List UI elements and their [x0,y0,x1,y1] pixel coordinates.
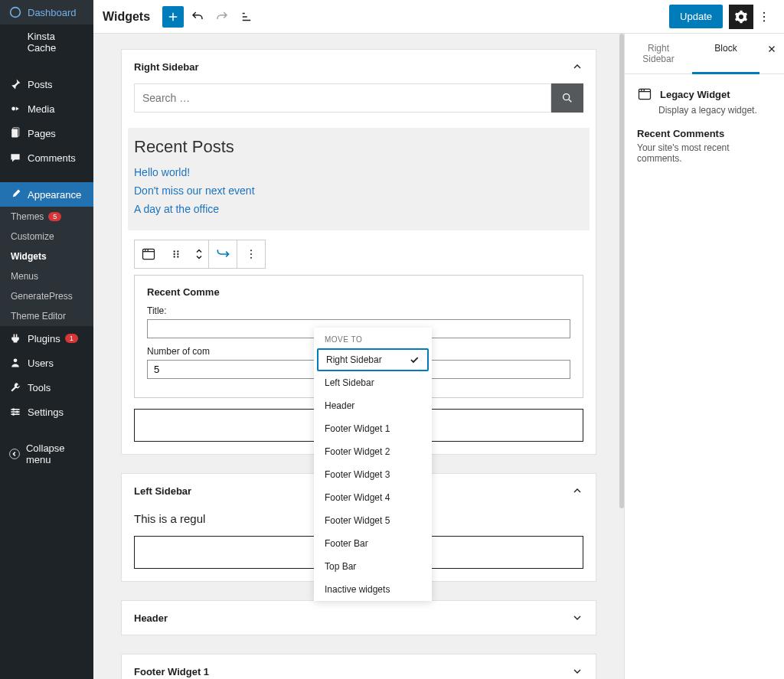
sub-label: Widgets [11,251,47,262]
sub-label: Theme Editor [11,311,66,322]
svg-point-4 [14,358,18,362]
sidebar-item-comments[interactable]: Comments [0,145,93,170]
widget-heading: Recent Posts [134,137,583,157]
sidebar-label: Settings [28,406,64,418]
recent-posts-widget[interactable]: Recent Posts Hello world! Don't miss our… [128,128,590,230]
svg-point-8 [12,408,15,410]
inspector-section-title: Recent Comments [637,128,772,139]
scrollbar[interactable] [619,34,624,508]
svg-point-9 [16,410,18,413]
sidebar-item-settings[interactable]: Settings [0,400,93,424]
more-options-button[interactable] [753,5,775,29]
sidebar-sub-generatepress[interactable]: GeneratePress [0,286,93,306]
post-link[interactable]: A day at the office [134,203,583,215]
sidebar-item-dashboard[interactable]: Dashboard [0,0,93,24]
svg-point-14 [763,20,765,21]
post-link[interactable]: Hello world! [134,166,583,178]
move-option-footer5[interactable]: Footer Widget 5 [314,509,432,532]
close-inspector-button[interactable] [760,34,784,64]
block-inspector: Right Sidebar Block Legacy Widget Displa… [624,34,784,679]
dashboard-icon [8,6,23,18]
kinsta-icon [8,36,23,48]
sidebar-label: Media [28,103,54,115]
sidebar-item-posts[interactable]: Posts [0,72,93,96]
move-to-dropdown: MOVE TO Right Sidebar Left Sidebar Heade… [314,328,432,601]
move-option-inactive[interactable]: Inactive widgets [314,578,432,601]
svg-point-21 [174,256,175,257]
svg-point-23 [250,250,252,251]
move-option-footer4[interactable]: Footer Widget 4 [314,486,432,509]
sidebar-item-plugins[interactable]: Plugins1 [0,326,93,351]
settings-toggle-button[interactable] [729,5,753,29]
comment-icon [8,152,23,164]
widget-area-footer1: Footer Widget 1 [121,654,596,679]
add-block-button[interactable] [162,6,184,28]
drag-handle[interactable] [162,240,190,268]
block-type-icon[interactable] [135,240,162,268]
sidebar-label: Appearance [28,189,81,201]
inspector-block-title: Legacy Widget [637,87,772,102]
move-option-topbar[interactable]: Top Bar [314,555,432,578]
sidebar-label: Plugins [28,333,60,344]
move-option-header[interactable]: Header [314,394,432,417]
move-option-footerbar[interactable]: Footer Bar [314,532,432,555]
sidebar-item-pages[interactable]: Pages [0,121,93,145]
move-to-button[interactable] [209,240,237,268]
area-title: Footer Widget 1 [134,666,209,677]
sidebar-sub-theme-editor[interactable]: Theme Editor [0,306,93,326]
dropdown-header: MOVE TO [314,328,432,348]
move-option-right-sidebar[interactable]: Right Sidebar [317,348,429,371]
sidebar-item-media[interactable]: Media [0,96,93,121]
sidebar-item-tools[interactable]: Tools [0,375,93,400]
block-more-button[interactable] [237,240,265,268]
svg-point-25 [250,257,252,259]
area-header[interactable]: Right Sidebar [122,50,596,83]
media-icon [8,103,23,115]
widget-area-header: Header [121,600,596,635]
sidebar-label: Dashboard [28,7,77,18]
area-header[interactable]: Header [122,601,596,635]
svg-point-12 [763,11,765,13]
sidebar-item-users[interactable]: Users [0,351,93,375]
move-option-footer1[interactable]: Footer Widget 1 [314,417,432,440]
sidebar-label: Pages [28,128,56,139]
move-updown[interactable] [190,240,208,268]
plugin-icon [8,332,23,344]
inspector-section-desc: Your site's most recent comments. [637,142,772,164]
sub-label: Themes [11,211,44,222]
search-input[interactable] [134,83,551,113]
search-button[interactable] [551,83,583,113]
area-header[interactable]: Footer Widget 1 [122,655,596,679]
sidebar-sub-menus[interactable]: Menus [0,266,93,286]
post-link[interactable]: Don't miss our next event [134,184,583,197]
svg-rect-26 [639,89,651,99]
sidebar-item-collapse[interactable]: Collapse menu [0,436,93,472]
sub-label: Menus [11,271,38,282]
sidebar-item-appearance[interactable]: Appearance [0,182,93,207]
area-title: Header [134,612,168,624]
list-view-button[interactable] [236,6,257,28]
sidebar-item-kinsta[interactable]: Kinsta Cache [0,24,93,60]
move-option-left-sidebar[interactable]: Left Sidebar [314,371,432,394]
area-title: Left Sidebar [134,485,191,497]
tab-area[interactable]: Right Sidebar [625,34,692,73]
redo-button[interactable] [211,6,233,28]
collapse-icon [8,448,21,460]
chevron-down-icon [571,612,583,624]
page-title: Widgets [103,10,150,24]
move-option-footer2[interactable]: Footer Widget 2 [314,440,432,463]
sub-label: Customize [11,231,54,242]
admin-sidebar: Dashboard Kinsta Cache Posts Media Pages… [0,0,93,679]
area-title: Right Sidebar [134,61,199,73]
editor-topbar: Widgets Update [93,0,784,34]
undo-button[interactable] [187,6,208,28]
sidebar-sub-themes[interactable]: Themes5 [0,207,93,227]
move-option-footer3[interactable]: Footer Widget 3 [314,463,432,486]
chevron-up-icon [571,485,583,497]
sidebar-sub-widgets[interactable]: Widgets [0,246,93,266]
page-icon [8,127,23,139]
sidebar-sub-customize[interactable]: Customize [0,227,93,246]
tab-block[interactable]: Block [692,34,760,74]
badge: 5 [48,212,61,221]
update-button[interactable]: Update [669,5,723,28]
